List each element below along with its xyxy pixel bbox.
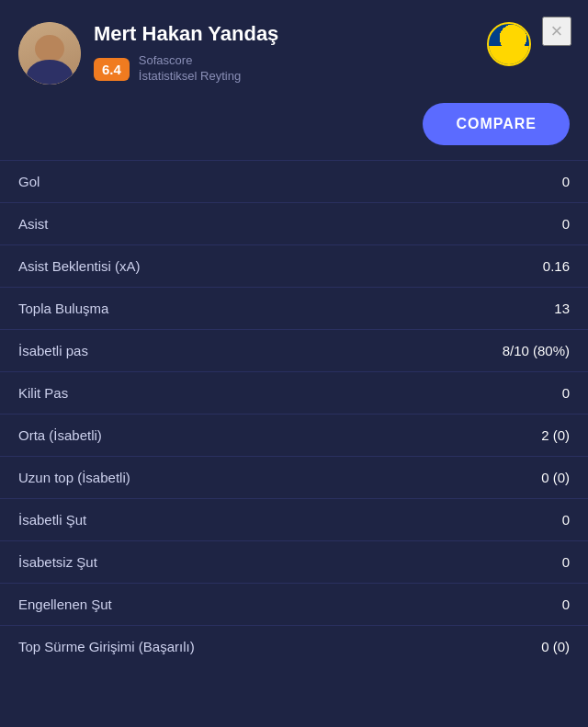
stat-row: Asist Beklentisi (xA)0.16 bbox=[0, 245, 588, 288]
stat-value: 0 bbox=[562, 512, 570, 528]
player-header: × Mert Hakan Yandaş 6.4 Sofascore İstati… bbox=[0, 0, 588, 99]
stat-label: Gol bbox=[18, 174, 40, 189]
stat-label: İsabetli pas bbox=[18, 343, 88, 358]
close-button[interactable]: × bbox=[542, 17, 571, 46]
compare-button[interactable]: COMPARE bbox=[423, 103, 570, 145]
stat-row: Uzun top (İsabetli)0 (0) bbox=[0, 457, 588, 499]
rating-badge: 6.4 bbox=[94, 58, 130, 81]
stat-row: İsabetsiz Şut0 bbox=[0, 541, 588, 584]
stat-value: 0 bbox=[562, 596, 570, 612]
rating-text: Sofascore İstatistiksel Reyting bbox=[139, 53, 241, 85]
compare-section: COMPARE bbox=[0, 99, 588, 160]
rating-label: İstatistiksel Reyting bbox=[139, 69, 241, 85]
rating-source: Sofascore bbox=[139, 53, 241, 69]
stat-label: İsabetsiz Şut bbox=[18, 554, 97, 570]
stat-value: 0 bbox=[562, 385, 570, 401]
stat-value: 0 bbox=[562, 554, 570, 570]
stat-value: 0.16 bbox=[543, 258, 570, 274]
stat-label: Uzun top (İsabetli) bbox=[18, 470, 130, 485]
stat-row: Topla Buluşma13 bbox=[0, 288, 588, 330]
stat-row: Asist0 bbox=[0, 203, 588, 245]
avatar-face bbox=[18, 22, 81, 85]
stat-row: Gol0 bbox=[0, 161, 588, 203]
stat-label: Orta (İsabetli) bbox=[18, 427, 102, 443]
stat-value: 0 bbox=[562, 174, 570, 189]
player-card: × Mert Hakan Yandaş 6.4 Sofascore İstati… bbox=[0, 0, 588, 727]
stats-list: Gol0Asist0Asist Beklentisi (xA)0.16Topla… bbox=[0, 161, 588, 667]
stat-label: Top Sürme Girişimi (Başarılı) bbox=[18, 639, 195, 654]
fenerbahce-logo bbox=[487, 22, 531, 66]
stat-value: 0 (0) bbox=[541, 470, 570, 485]
stat-value: 8/10 (80%) bbox=[503, 343, 570, 358]
stat-label: Asist Beklentisi (xA) bbox=[18, 258, 141, 274]
stat-row: İsabetli Şut0 bbox=[0, 499, 588, 541]
stat-label: Asist bbox=[18, 216, 49, 232]
stat-row: Engellenen Şut0 bbox=[0, 584, 588, 626]
stat-row: Kilit Pas0 bbox=[0, 372, 588, 415]
stat-row: İsabetli pas8/10 (80%) bbox=[0, 330, 588, 372]
avatar bbox=[18, 22, 81, 85]
stat-row: Top Sürme Girişimi (Başarılı)0 (0) bbox=[0, 626, 588, 667]
stat-label: Kilit Pas bbox=[18, 385, 68, 401]
stat-value: 0 bbox=[562, 216, 570, 232]
stat-value: 13 bbox=[554, 301, 570, 316]
stat-value: 0 (0) bbox=[541, 639, 570, 654]
stat-value: 2 (0) bbox=[541, 427, 570, 443]
stat-label: Engellenen Şut bbox=[18, 596, 112, 612]
stat-row: Orta (İsabetli)2 (0) bbox=[0, 415, 588, 457]
club-logo bbox=[485, 20, 533, 68]
stat-label: İsabetli Şut bbox=[18, 512, 86, 528]
stat-label: Topla Buluşma bbox=[18, 301, 108, 316]
